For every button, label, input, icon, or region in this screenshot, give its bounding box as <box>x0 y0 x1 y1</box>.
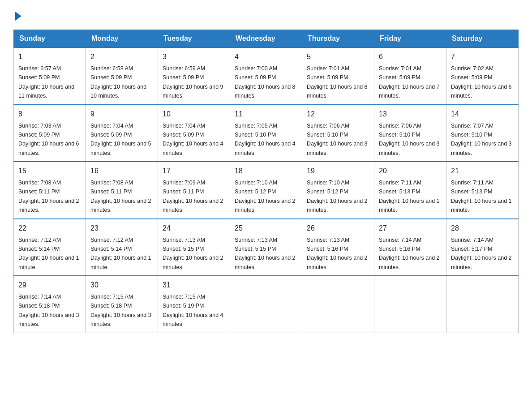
calendar-cell: 10 Sunrise: 7:04 AMSunset: 5:09 PMDaylig… <box>158 105 230 162</box>
day-number: 19 <box>307 166 369 176</box>
calendar-cell: 12 Sunrise: 7:06 AMSunset: 5:10 PMDaylig… <box>302 105 374 162</box>
day-number: 27 <box>379 223 442 234</box>
day-number: 5 <box>307 51 369 62</box>
calendar-week-row: 29 Sunrise: 7:14 AMSunset: 5:18 PMDaylig… <box>14 276 519 333</box>
column-header-thursday: Thursday <box>302 30 374 48</box>
calendar-cell: 13 Sunrise: 7:06 AMSunset: 5:10 PMDaylig… <box>374 105 446 162</box>
logo-line1 <box>13 13 21 21</box>
calendar-cell: 3 Sunrise: 6:59 AMSunset: 5:09 PMDayligh… <box>158 47 230 105</box>
column-header-tuesday: Tuesday <box>158 30 230 48</box>
day-number: 12 <box>307 109 369 120</box>
calendar-cell: 1 Sunrise: 6:57 AMSunset: 5:09 PMDayligh… <box>14 47 86 105</box>
day-number: 26 <box>307 223 369 234</box>
calendar-cell: 9 Sunrise: 7:04 AMSunset: 5:09 PMDayligh… <box>86 105 158 162</box>
calendar-cell: 21 Sunrise: 7:11 AMSunset: 5:13 PMDaylig… <box>446 162 519 219</box>
day-number: 6 <box>379 51 442 62</box>
day-info: Sunrise: 7:08 AMSunset: 5:11 PMDaylight:… <box>18 180 79 213</box>
day-number: 17 <box>163 166 225 176</box>
calendar-week-row: 8 Sunrise: 7:03 AMSunset: 5:09 PMDayligh… <box>14 105 519 162</box>
day-number: 24 <box>163 223 225 234</box>
day-info: Sunrise: 7:11 AMSunset: 5:13 PMDaylight:… <box>379 180 440 213</box>
calendar-cell <box>302 276 374 333</box>
day-info: Sunrise: 7:06 AMSunset: 5:10 PMDaylight:… <box>379 123 440 156</box>
day-number: 8 <box>18 109 81 120</box>
day-number: 4 <box>235 51 297 62</box>
calendar-cell: 6 Sunrise: 7:01 AMSunset: 5:09 PMDayligh… <box>374 47 446 105</box>
calendar-cell <box>374 276 446 333</box>
day-number: 30 <box>90 280 153 291</box>
calendar-cell: 17 Sunrise: 7:09 AMSunset: 5:11 PMDaylig… <box>158 162 230 219</box>
day-number: 31 <box>163 280 225 291</box>
day-info: Sunrise: 7:09 AMSunset: 5:11 PMDaylight:… <box>163 180 223 213</box>
column-header-monday: Monday <box>86 30 158 48</box>
column-header-saturday: Saturday <box>446 30 519 48</box>
day-info: Sunrise: 7:13 AMSunset: 5:15 PMDaylight:… <box>235 237 296 270</box>
day-info: Sunrise: 7:14 AMSunset: 5:18 PMDaylight:… <box>18 294 79 327</box>
day-number: 9 <box>90 109 153 120</box>
calendar-cell: 25 Sunrise: 7:13 AMSunset: 5:15 PMDaylig… <box>230 219 302 276</box>
calendar-cell <box>230 276 302 333</box>
column-header-sunday: Sunday <box>14 30 86 48</box>
day-info: Sunrise: 7:01 AMSunset: 5:09 PMDaylight:… <box>379 65 440 99</box>
day-number: 7 <box>451 51 514 62</box>
calendar-cell: 14 Sunrise: 7:07 AMSunset: 5:10 PMDaylig… <box>446 105 519 162</box>
day-number: 20 <box>379 166 442 176</box>
page-header <box>13 13 519 21</box>
calendar-cell: 2 Sunrise: 6:58 AMSunset: 5:09 PMDayligh… <box>86 47 158 105</box>
calendar-header-row: SundayMondayTuesdayWednesdayThursdayFrid… <box>14 30 519 48</box>
day-number: 29 <box>18 280 81 291</box>
calendar-cell: 23 Sunrise: 7:12 AMSunset: 5:14 PMDaylig… <box>86 219 158 276</box>
day-info: Sunrise: 7:15 AMSunset: 5:18 PMDaylight:… <box>90 294 151 327</box>
day-info: Sunrise: 6:57 AMSunset: 5:09 PMDaylight:… <box>18 65 74 99</box>
day-info: Sunrise: 7:02 AMSunset: 5:09 PMDaylight:… <box>451 65 512 99</box>
calendar-cell: 15 Sunrise: 7:08 AMSunset: 5:11 PMDaylig… <box>14 162 86 219</box>
calendar-cell: 16 Sunrise: 7:08 AMSunset: 5:11 PMDaylig… <box>86 162 158 219</box>
day-number: 10 <box>163 109 225 120</box>
day-info: Sunrise: 6:59 AMSunset: 5:09 PMDaylight:… <box>163 65 223 99</box>
day-info: Sunrise: 7:15 AMSunset: 5:19 PMDaylight:… <box>163 294 223 327</box>
day-info: Sunrise: 7:04 AMSunset: 5:09 PMDaylight:… <box>163 123 223 156</box>
calendar-cell: 22 Sunrise: 7:12 AMSunset: 5:14 PMDaylig… <box>14 219 86 276</box>
day-number: 2 <box>90 51 153 62</box>
calendar-cell: 28 Sunrise: 7:14 AMSunset: 5:17 PMDaylig… <box>446 219 519 276</box>
calendar-cell: 4 Sunrise: 7:00 AMSunset: 5:09 PMDayligh… <box>230 47 302 105</box>
calendar-body: 1 Sunrise: 6:57 AMSunset: 5:09 PMDayligh… <box>14 47 519 333</box>
day-number: 13 <box>379 109 442 120</box>
day-info: Sunrise: 7:14 AMSunset: 5:16 PMDaylight:… <box>379 237 440 270</box>
calendar-cell: 8 Sunrise: 7:03 AMSunset: 5:09 PMDayligh… <box>14 105 86 162</box>
logo <box>13 13 21 21</box>
day-info: Sunrise: 7:04 AMSunset: 5:09 PMDaylight:… <box>90 123 151 156</box>
logo-triangle-icon <box>15 12 21 21</box>
day-info: Sunrise: 7:06 AMSunset: 5:10 PMDaylight:… <box>307 123 368 156</box>
calendar-cell: 27 Sunrise: 7:14 AMSunset: 5:16 PMDaylig… <box>374 219 446 276</box>
calendar-cell: 7 Sunrise: 7:02 AMSunset: 5:09 PMDayligh… <box>446 47 519 105</box>
day-info: Sunrise: 7:13 AMSunset: 5:16 PMDaylight:… <box>307 237 368 270</box>
day-info: Sunrise: 7:07 AMSunset: 5:10 PMDaylight:… <box>451 123 512 156</box>
day-number: 25 <box>235 223 297 234</box>
day-info: Sunrise: 7:03 AMSunset: 5:09 PMDaylight:… <box>18 123 79 156</box>
day-number: 23 <box>90 223 153 234</box>
calendar-week-row: 22 Sunrise: 7:12 AMSunset: 5:14 PMDaylig… <box>14 219 519 276</box>
day-info: Sunrise: 7:00 AMSunset: 5:09 PMDaylight:… <box>235 65 296 99</box>
day-info: Sunrise: 7:10 AMSunset: 5:12 PMDaylight:… <box>235 180 296 213</box>
calendar-cell: 24 Sunrise: 7:13 AMSunset: 5:15 PMDaylig… <box>158 219 230 276</box>
day-info: Sunrise: 7:10 AMSunset: 5:12 PMDaylight:… <box>307 180 368 213</box>
day-number: 16 <box>90 166 153 176</box>
calendar-cell: 26 Sunrise: 7:13 AMSunset: 5:16 PMDaylig… <box>302 219 374 276</box>
day-number: 21 <box>451 166 514 176</box>
day-info: Sunrise: 7:01 AMSunset: 5:09 PMDaylight:… <box>307 65 368 99</box>
column-header-wednesday: Wednesday <box>230 30 302 48</box>
day-info: Sunrise: 7:14 AMSunset: 5:17 PMDaylight:… <box>451 237 512 270</box>
day-number: 22 <box>18 223 81 234</box>
day-number: 15 <box>18 166 81 176</box>
day-info: Sunrise: 7:08 AMSunset: 5:11 PMDaylight:… <box>90 180 151 213</box>
day-number: 18 <box>235 166 297 176</box>
day-info: Sunrise: 7:11 AMSunset: 5:13 PMDaylight:… <box>451 180 512 213</box>
calendar-week-row: 1 Sunrise: 6:57 AMSunset: 5:09 PMDayligh… <box>14 47 519 105</box>
calendar-cell <box>446 276 519 333</box>
day-number: 1 <box>18 51 81 62</box>
calendar-cell: 20 Sunrise: 7:11 AMSunset: 5:13 PMDaylig… <box>374 162 446 219</box>
day-number: 28 <box>451 223 514 234</box>
day-info: Sunrise: 7:05 AMSunset: 5:10 PMDaylight:… <box>235 123 296 156</box>
day-info: Sunrise: 7:13 AMSunset: 5:15 PMDaylight:… <box>163 237 223 270</box>
